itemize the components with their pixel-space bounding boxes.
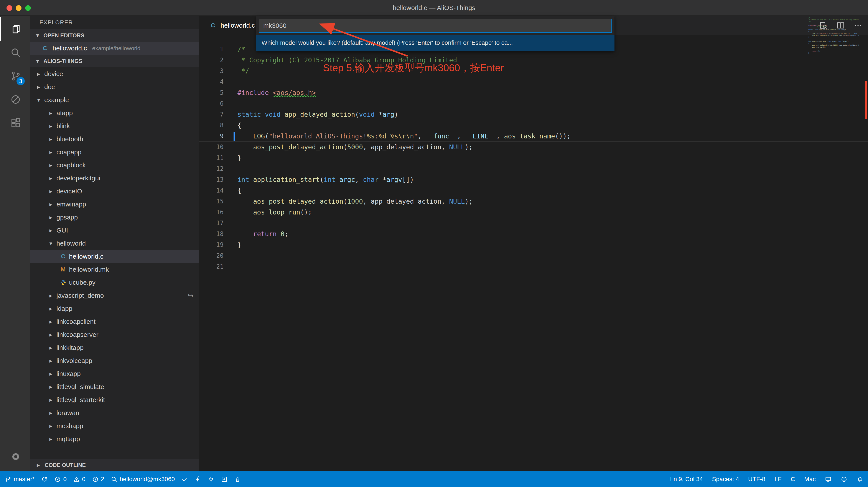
chevron-right-icon[interactable]: ▸ <box>47 397 55 403</box>
tab-helloworld-c[interactable]: C helloworld.c <box>199 16 265 35</box>
code-line-20[interactable]: 20 <box>199 250 868 261</box>
activity-item-explorer[interactable] <box>0 18 30 41</box>
chevron-down-icon[interactable]: ▾ <box>35 97 42 104</box>
status-layout[interactable] <box>825 476 832 483</box>
code-line-7[interactable]: 7static void app_delayed_action(void *ar… <box>199 109 868 120</box>
code-line-9[interactable]: 9 LOG("helloworld AliOS-Things!%s:%d %s\… <box>199 131 868 142</box>
chevron-right-icon[interactable]: ▸ <box>47 305 55 312</box>
code-line-5[interactable]: 5#include <aos/aos.h> <box>199 87 868 98</box>
code-line-6[interactable]: 6 <box>199 98 868 109</box>
folder-coapapp[interactable]: ▸coapapp <box>30 146 199 159</box>
folder-developerkitgui[interactable]: ▸developerkitgui <box>30 172 199 185</box>
chevron-right-icon[interactable]: ▸ <box>47 371 55 377</box>
code-line-2[interactable]: 2 * Copyright (C) 2015-2017 Alibaba Grou… <box>199 55 868 66</box>
code-line-16[interactable]: 16 aos_loop_run(); <box>199 207 868 218</box>
status-errors[interactable]: 0 <box>54 476 67 483</box>
status-cursor-position[interactable]: Ln 9, Col 34 <box>670 476 703 483</box>
folder-emwinapp[interactable]: ▸emwinapp <box>30 198 199 211</box>
folder-javascript_demo[interactable]: ▸javascript_demo↪ <box>30 289 199 302</box>
chevron-down-icon[interactable]: ▾ <box>47 240 55 247</box>
code-line-4[interactable]: 4 <box>199 77 868 87</box>
folder-bluetooth[interactable]: ▸bluetooth <box>30 133 199 146</box>
status-build[interactable] <box>181 476 188 483</box>
folder-linkcoapclient[interactable]: ▸linkcoapclient <box>30 315 199 328</box>
chevron-right-icon[interactable]: ▸ <box>47 344 55 351</box>
folder-ldapp[interactable]: ▸ldapp <box>30 302 199 315</box>
code-line-12[interactable]: 12 <box>199 164 868 174</box>
chevron-right-icon[interactable]: ▸ <box>47 357 55 364</box>
folder-coapblock[interactable]: ▸coapblock <box>30 159 199 172</box>
status-notifications[interactable] <box>857 476 863 483</box>
chevron-right-icon[interactable]: ▸ <box>47 227 55 234</box>
chevron-right-icon[interactable]: ▸ <box>35 70 42 77</box>
folder-device[interactable]: ▸device <box>30 67 199 80</box>
folder-gpsapp[interactable]: ▸gpsapp <box>30 211 199 224</box>
code-line-19[interactable]: 19} <box>199 239 868 250</box>
status-feedback[interactable] <box>841 476 847 483</box>
chevron-right-icon[interactable]: ▸ <box>47 332 55 338</box>
code-line-21[interactable]: 21 <box>199 261 868 272</box>
status-language-mode[interactable]: C <box>791 476 795 483</box>
folder-linkkitapp[interactable]: ▸linkkitapp <box>30 341 199 354</box>
folder-example[interactable]: ▾example <box>30 93 199 107</box>
folder-littlevgl_starterkit[interactable]: ▸littlevgl_starterkit <box>30 393 199 406</box>
status-indentation[interactable]: Spaces: 4 <box>712 476 739 483</box>
chevron-right-icon[interactable]: ▸ <box>47 383 55 390</box>
folder-littlevgl_simulate[interactable]: ▸littlevgl_simulate <box>30 380 199 393</box>
activity-item-source-control[interactable]: 3 <box>0 64 30 88</box>
status-serial-monitor[interactable] <box>208 476 214 483</box>
chevron-right-icon[interactable]: ▸ <box>47 162 55 169</box>
minimap[interactable]: /* * Copyright (C) 2015-2017 Alibaba Gro… <box>808 17 859 58</box>
code-line-14[interactable]: 14{ <box>199 185 868 196</box>
code-line-15[interactable]: 15 aos_post_delayed_action(1000, app_del… <box>199 196 868 207</box>
chevron-right-icon[interactable]: ▸ <box>35 84 42 90</box>
chevron-right-icon[interactable]: ▸ <box>47 423 55 429</box>
chevron-right-icon[interactable]: ▸ <box>47 188 55 195</box>
chevron-right-icon[interactable]: ▸ <box>47 214 55 221</box>
file-ucube.py[interactable]: ucube.py <box>30 276 199 289</box>
file-helloworld.mk[interactable]: Mhelloworld.mk <box>30 263 199 276</box>
folder-linkvoiceapp[interactable]: ▸linkvoiceapp <box>30 354 199 367</box>
folder-mqttapp[interactable]: ▸mqttapp <box>30 432 199 446</box>
status-upload[interactable] <box>194 476 201 483</box>
close-button[interactable] <box>6 5 12 11</box>
chevron-right-icon[interactable]: ▸ <box>47 136 55 143</box>
folder-doc[interactable]: ▸doc <box>30 80 199 93</box>
folder-lorawan[interactable]: ▸lorawan <box>30 406 199 420</box>
chevron-right-icon[interactable]: ▸ <box>47 123 55 130</box>
minimize-button[interactable] <box>16 5 22 11</box>
project-header[interactable]: ▾ ALIOS-THINGS <box>30 55 199 67</box>
activity-item-extensions[interactable] <box>0 111 30 135</box>
folder-deviceIO[interactable]: ▸deviceIO <box>30 185 199 198</box>
status-infos[interactable]: 2 <box>92 476 104 483</box>
chevron-right-icon[interactable]: ▸ <box>47 410 55 417</box>
status-target-board[interactable]: helloworld@mk3060 <box>111 476 175 483</box>
chevron-right-icon[interactable]: ▸ <box>47 292 55 299</box>
chevron-right-icon[interactable]: ▸ <box>47 436 55 442</box>
activity-item-debug[interactable] <box>0 88 30 111</box>
folder-atapp[interactable]: ▸atapp <box>30 107 199 119</box>
status-create-project[interactable] <box>221 476 228 483</box>
code-line-18[interactable]: 18 return 0; <box>199 229 868 239</box>
chevron-right-icon[interactable]: ▸ <box>47 175 55 182</box>
code-outline-header[interactable]: ▸ CODE OUTLINE <box>30 459 199 471</box>
status-encoding[interactable]: UTF-8 <box>748 476 765 483</box>
open-editor-item[interactable]: C helloworld.c example/helloworld <box>30 42 199 55</box>
folder-helloworld[interactable]: ▾helloworld <box>30 237 199 250</box>
zoom-button[interactable] <box>25 5 31 11</box>
open-editors-header[interactable]: ▾ OPEN EDITORS <box>30 29 199 42</box>
quick-input-prompt[interactable]: Which model would you like? (default: an… <box>256 35 615 51</box>
folder-blink[interactable]: ▸blink <box>30 119 199 133</box>
code-line-13[interactable]: 13int application_start(int argc, char *… <box>199 174 868 185</box>
code-line-17[interactable]: 17 <box>199 218 868 229</box>
code-line-8[interactable]: 8{ <box>199 120 868 131</box>
folder-linkcoapserver[interactable]: ▸linkcoapserver <box>30 328 199 341</box>
folder-meshapp[interactable]: ▸meshapp <box>30 420 199 432</box>
activity-item-search[interactable] <box>0 41 30 64</box>
status-clean[interactable] <box>234 476 241 483</box>
status-sync[interactable] <box>41 476 48 483</box>
overview-ruler[interactable] <box>863 16 868 471</box>
chevron-right-icon[interactable]: ▸ <box>47 149 55 155</box>
chevron-right-icon[interactable]: ▸ <box>47 201 55 208</box>
activity-item-settings[interactable] <box>0 445 30 468</box>
